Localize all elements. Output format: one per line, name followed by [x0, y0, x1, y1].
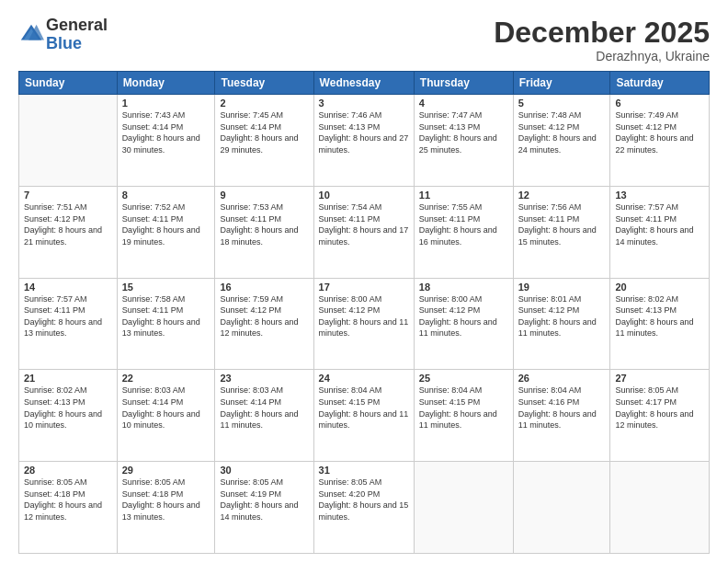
day-number: 3: [319, 98, 409, 109]
location: Derazhnya, Ukraine: [494, 49, 710, 63]
calendar-cell: 13Sunrise: 7:57 AMSunset: 4:11 PMDayligh…: [610, 186, 710, 278]
day-info: Sunrise: 7:52 AMSunset: 4:11 PMDaylight:…: [122, 201, 210, 247]
calendar-week-row: 7Sunrise: 7:51 AMSunset: 4:12 PMDaylight…: [19, 186, 710, 278]
day-info: Sunrise: 7:57 AMSunset: 4:11 PMDaylight:…: [24, 293, 112, 339]
calendar-week-row: 1Sunrise: 7:43 AMSunset: 4:14 PMDaylight…: [19, 95, 710, 187]
calendar-cell: 22Sunrise: 8:03 AMSunset: 4:14 PMDayligh…: [117, 370, 215, 462]
day-info: Sunrise: 7:59 AMSunset: 4:12 PMDaylight:…: [220, 293, 308, 339]
calendar-week-row: 21Sunrise: 8:02 AMSunset: 4:13 PMDayligh…: [19, 370, 710, 462]
calendar-cell: 25Sunrise: 8:04 AMSunset: 4:15 PMDayligh…: [414, 370, 513, 462]
calendar-cell: 17Sunrise: 8:00 AMSunset: 4:12 PMDayligh…: [313, 278, 414, 370]
day-info: Sunrise: 8:00 AMSunset: 4:12 PMDaylight:…: [419, 293, 508, 339]
day-number: 17: [319, 282, 409, 293]
logo-icon: [18, 22, 44, 48]
calendar-week-row: 28Sunrise: 8:05 AMSunset: 4:18 PMDayligh…: [19, 462, 710, 554]
calendar-cell: 4Sunrise: 7:47 AMSunset: 4:13 PMDaylight…: [414, 95, 513, 187]
day-info: Sunrise: 8:04 AMSunset: 4:15 PMDaylight:…: [319, 385, 409, 431]
calendar-cell: 2Sunrise: 7:45 AMSunset: 4:14 PMDaylight…: [215, 95, 313, 187]
header: General Blue December 2025 Derazhnya, Uk…: [18, 17, 710, 63]
day-info: Sunrise: 8:05 AMSunset: 4:18 PMDaylight:…: [122, 477, 210, 523]
day-info: Sunrise: 8:03 AMSunset: 4:14 PMDaylight:…: [220, 385, 308, 431]
logo-general-text: General: [46, 17, 108, 35]
logo-blue-text: Blue: [46, 35, 108, 53]
day-info: Sunrise: 8:04 AMSunset: 4:15 PMDaylight:…: [419, 385, 508, 431]
calendar-cell: 6Sunrise: 7:49 AMSunset: 4:12 PMDaylight…: [610, 95, 710, 187]
day-number: 12: [518, 190, 606, 201]
day-info: Sunrise: 8:00 AMSunset: 4:12 PMDaylight:…: [319, 293, 409, 339]
day-info: Sunrise: 7:56 AMSunset: 4:11 PMDaylight:…: [518, 201, 606, 247]
day-info: Sunrise: 7:48 AMSunset: 4:12 PMDaylight:…: [518, 109, 606, 155]
calendar-cell: [19, 95, 118, 187]
calendar-cell: 26Sunrise: 8:04 AMSunset: 4:16 PMDayligh…: [513, 370, 610, 462]
day-info: Sunrise: 7:43 AMSunset: 4:14 PMDaylight:…: [122, 109, 210, 155]
logo: General Blue: [18, 17, 108, 53]
day-number: 28: [24, 465, 112, 476]
day-of-week-header: Friday: [513, 72, 610, 95]
day-info: Sunrise: 7:57 AMSunset: 4:11 PMDaylight:…: [615, 201, 704, 247]
day-number: 30: [220, 465, 308, 476]
day-info: Sunrise: 7:47 AMSunset: 4:13 PMDaylight:…: [419, 109, 508, 155]
calendar-cell: 23Sunrise: 8:03 AMSunset: 4:14 PMDayligh…: [215, 370, 313, 462]
day-of-week-header: Wednesday: [313, 72, 414, 95]
calendar-cell: [513, 462, 610, 554]
calendar-cell: 14Sunrise: 7:57 AMSunset: 4:11 PMDayligh…: [19, 278, 118, 370]
day-number: 6: [615, 98, 704, 109]
day-info: Sunrise: 7:49 AMSunset: 4:12 PMDaylight:…: [615, 109, 704, 155]
calendar-cell: 28Sunrise: 8:05 AMSunset: 4:18 PMDayligh…: [19, 462, 118, 554]
day-number: 1: [122, 98, 210, 109]
calendar-cell: 3Sunrise: 7:46 AMSunset: 4:13 PMDaylight…: [313, 95, 414, 187]
day-number: 31: [319, 465, 409, 476]
day-number: 20: [615, 282, 704, 293]
calendar-cell: 12Sunrise: 7:56 AMSunset: 4:11 PMDayligh…: [513, 186, 610, 278]
day-info: Sunrise: 7:51 AMSunset: 4:12 PMDaylight:…: [24, 201, 112, 247]
day-info: Sunrise: 8:05 AMSunset: 4:18 PMDaylight:…: [24, 477, 112, 523]
day-number: 22: [122, 373, 210, 384]
day-info: Sunrise: 8:04 AMSunset: 4:16 PMDaylight:…: [518, 385, 606, 431]
day-number: 29: [122, 465, 210, 476]
day-number: 8: [122, 190, 210, 201]
day-info: Sunrise: 8:01 AMSunset: 4:12 PMDaylight:…: [518, 293, 606, 339]
day-of-week-header: Tuesday: [215, 72, 313, 95]
day-info: Sunrise: 8:05 AMSunset: 4:20 PMDaylight:…: [319, 477, 409, 523]
day-info: Sunrise: 8:05 AMSunset: 4:17 PMDaylight:…: [615, 385, 704, 431]
day-number: 18: [419, 282, 508, 293]
header-right: December 2025 Derazhnya, Ukraine: [494, 17, 710, 63]
day-number: 25: [419, 373, 508, 384]
day-number: 2: [220, 98, 308, 109]
day-info: Sunrise: 8:02 AMSunset: 4:13 PMDaylight:…: [24, 385, 112, 431]
day-of-week-header: Thursday: [414, 72, 513, 95]
calendar-cell: 1Sunrise: 7:43 AMSunset: 4:14 PMDaylight…: [117, 95, 215, 187]
day-number: 21: [24, 373, 112, 384]
calendar-cell: 21Sunrise: 8:02 AMSunset: 4:13 PMDayligh…: [19, 370, 118, 462]
calendar-cell: 16Sunrise: 7:59 AMSunset: 4:12 PMDayligh…: [215, 278, 313, 370]
day-number: 9: [220, 190, 308, 201]
day-number: 16: [220, 282, 308, 293]
calendar-cell: 29Sunrise: 8:05 AMSunset: 4:18 PMDayligh…: [117, 462, 215, 554]
calendar-cell: 9Sunrise: 7:53 AMSunset: 4:11 PMDaylight…: [215, 186, 313, 278]
calendar-week-row: 14Sunrise: 7:57 AMSunset: 4:11 PMDayligh…: [19, 278, 710, 370]
day-of-week-header: Saturday: [610, 72, 710, 95]
day-of-week-header: Sunday: [19, 72, 118, 95]
month-title: December 2025: [494, 17, 710, 49]
day-number: 10: [319, 190, 409, 201]
day-number: 27: [615, 373, 704, 384]
day-number: 15: [122, 282, 210, 293]
day-info: Sunrise: 7:58 AMSunset: 4:11 PMDaylight:…: [122, 293, 210, 339]
calendar-cell: 11Sunrise: 7:55 AMSunset: 4:11 PMDayligh…: [414, 186, 513, 278]
calendar-cell: [610, 462, 710, 554]
day-info: Sunrise: 7:53 AMSunset: 4:11 PMDaylight:…: [220, 201, 308, 247]
day-number: 4: [419, 98, 508, 109]
logo-text: General Blue: [46, 17, 108, 53]
day-number: 24: [319, 373, 409, 384]
day-number: 26: [518, 373, 606, 384]
day-number: 7: [24, 190, 112, 201]
calendar-header-row: SundayMondayTuesdayWednesdayThursdayFrid…: [19, 72, 710, 95]
calendar-cell: 8Sunrise: 7:52 AMSunset: 4:11 PMDaylight…: [117, 186, 215, 278]
page: General Blue December 2025 Derazhnya, Uk…: [0, 0, 728, 563]
day-info: Sunrise: 7:45 AMSunset: 4:14 PMDaylight:…: [220, 109, 308, 155]
calendar-cell: 31Sunrise: 8:05 AMSunset: 4:20 PMDayligh…: [313, 462, 414, 554]
calendar-cell: 19Sunrise: 8:01 AMSunset: 4:12 PMDayligh…: [513, 278, 610, 370]
calendar-cell: 5Sunrise: 7:48 AMSunset: 4:12 PMDaylight…: [513, 95, 610, 187]
day-info: Sunrise: 7:46 AMSunset: 4:13 PMDaylight:…: [319, 109, 409, 155]
day-info: Sunrise: 8:05 AMSunset: 4:19 PMDaylight:…: [220, 477, 308, 523]
